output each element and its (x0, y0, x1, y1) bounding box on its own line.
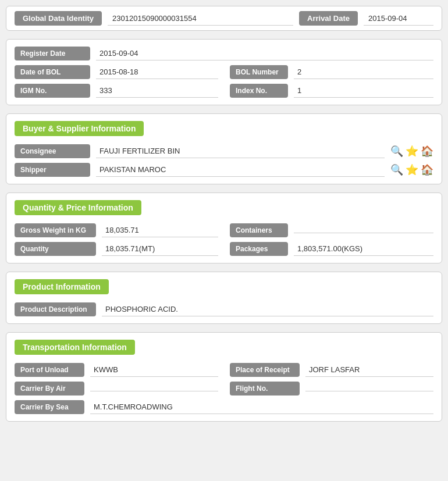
igm-no-value: 333 (96, 84, 218, 98)
carrier-by-air-label: Carrier By Air (15, 382, 84, 396)
arrival-date-value: 2015-09-04 (364, 12, 433, 26)
carrier-by-air-value (90, 386, 218, 391)
global-data-identity-label: Global Data Identity (15, 11, 102, 26)
consignee-label: Consignee (15, 144, 90, 158)
packages-value: 1,803,571.00(KGS) (294, 242, 433, 256)
arrival-date-label: Arrival Date (299, 11, 358, 26)
shipper-value: PAKISTAN MAROC (96, 163, 385, 177)
carrier-sea-row: Carrier By Sea M.T.CHEMROADWING (15, 400, 433, 414)
transportation-section: Transportation Information Port of Unloa… (6, 332, 442, 422)
consignee-home-icon[interactable]: 🏠 (421, 145, 433, 158)
gross-weight-row: Gross Weight in KG 18,035.71 Containers (15, 223, 433, 237)
quantity-price-title: Quantity & Price Information (15, 200, 141, 215)
place-of-receipt-value: JORF LASFAR (305, 363, 433, 377)
register-date-value: 2015-09-04 (96, 47, 433, 60)
shipper-star-icon[interactable]: ⭐ (406, 163, 418, 176)
packages-label: Packages (230, 242, 288, 256)
quantity-label: Quantity (15, 242, 96, 256)
bol-number-label: BOL Number (230, 65, 288, 79)
shipper-label: Shipper (15, 163, 90, 177)
gross-weight-value: 18,035.71 (102, 223, 218, 237)
consignee-search-icon[interactable]: 🔍 (390, 145, 403, 158)
place-of-receipt-label: Place of Receipt (230, 363, 300, 377)
index-no-value: 1 (294, 84, 433, 98)
global-data-identity-value: 23012015090000031554 (108, 12, 293, 26)
carrier-by-sea-label: Carrier By Sea (15, 400, 84, 414)
buyer-supplier-title: Buyer & Supplier Information (15, 121, 144, 136)
product-info-section: Product Information Product Description … (6, 272, 442, 324)
basic-info-section: Register Date 2015-09-04 Date of BOL 201… (6, 39, 442, 105)
shipper-row: Shipper PAKISTAN MAROC 🔍 ⭐ 🏠 (15, 163, 433, 177)
index-no-label: Index No. (230, 84, 288, 98)
consignee-row: Consignee FAUJI FERTILIZER BIN 🔍 ⭐ 🏠 (15, 144, 433, 158)
bol-number-value: 2 (294, 65, 433, 79)
shipper-icons: 🔍 ⭐ 🏠 (390, 163, 433, 176)
containers-value (294, 228, 433, 233)
consignee-icons: 🔍 ⭐ 🏠 (390, 145, 433, 158)
quantity-value: 18,035.71(MT) (102, 242, 218, 256)
product-description-value: PHOSPHORIC ACID. (102, 302, 433, 316)
containers-label: Containers (230, 223, 288, 237)
port-of-unload-value: KWWB (90, 363, 218, 377)
register-date-row: Register Date 2015-09-04 (15, 47, 433, 60)
transportation-title: Transportation Information (15, 340, 135, 355)
product-description-row: Product Description PHOSPHORIC ACID. (15, 302, 433, 316)
shipper-search-icon[interactable]: 🔍 (390, 163, 403, 176)
port-receipt-row: Port of Unload KWWB Place of Receipt JOR… (15, 363, 433, 377)
flight-no-label: Flight No. (230, 382, 300, 396)
register-date-label: Register Date (15, 47, 90, 60)
buyer-supplier-section: Buyer & Supplier Information Consignee F… (6, 113, 442, 184)
carrier-by-sea-value: M.T.CHEMROADWING (90, 400, 433, 414)
date-of-bol-value: 2015-08-18 (96, 65, 218, 79)
product-description-label: Product Description (15, 302, 96, 316)
quantity-row: Quantity 18,035.71(MT) Packages 1,803,57… (15, 242, 433, 256)
igm-no-label: IGM No. (15, 84, 90, 98)
top-bar: Global Data Identity 2301201509000003155… (6, 6, 442, 31)
date-of-bol-label: Date of BOL (15, 65, 90, 79)
air-flight-row: Carrier By Air Flight No. (15, 382, 433, 396)
bol-row: Date of BOL 2015-08-18 BOL Number 2 (15, 65, 433, 79)
product-info-title: Product Information (15, 279, 109, 294)
flight-no-value (305, 386, 433, 391)
gross-weight-label: Gross Weight in KG (15, 223, 96, 237)
consignee-value: FAUJI FERTILIZER BIN (96, 144, 385, 158)
shipper-home-icon[interactable]: 🏠 (421, 163, 433, 176)
consignee-star-icon[interactable]: ⭐ (406, 145, 418, 158)
quantity-price-section: Quantity & Price Information Gross Weigh… (6, 193, 442, 263)
port-of-unload-label: Port of Unload (15, 363, 84, 377)
igm-row: IGM No. 333 Index No. 1 (15, 84, 433, 98)
